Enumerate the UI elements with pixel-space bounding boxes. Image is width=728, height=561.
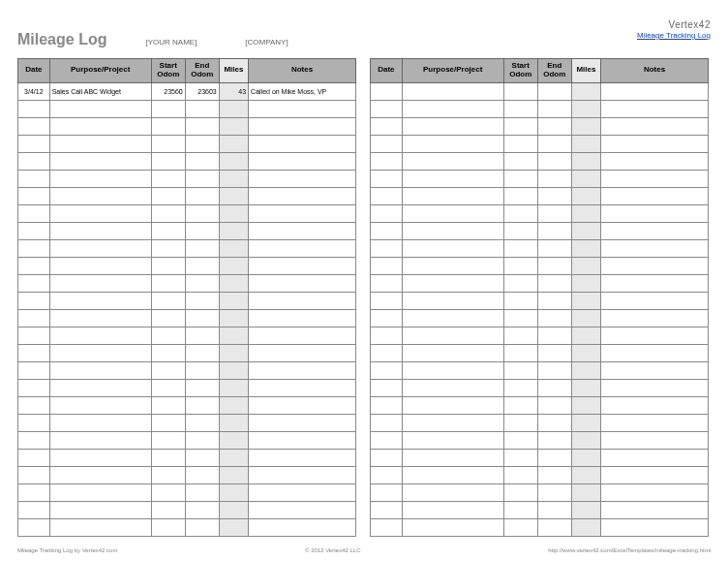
cell-end [185,518,219,536]
cell-end [537,501,571,518]
cell-date [18,483,50,501]
footer-right: http://www.vertex42.com/ExcelTemplates/m… [548,547,711,553]
cell-end [185,379,219,396]
cell-end [537,204,571,222]
cell-purpose [402,170,503,187]
cell-purpose [49,483,151,501]
cell-date [18,117,50,135]
cell-start [503,483,537,501]
cell-notes [601,274,709,292]
cell-miles [219,135,248,152]
cell-notes [249,170,356,187]
cell-date [18,466,50,483]
cell-purpose: Sales Call ABC Widget [49,82,151,100]
cell-purpose [402,204,503,222]
cell-end [537,82,571,100]
cell-date [371,361,403,379]
header: Mileage Log [YOUR NAME] [COMPANY] Vertex… [17,19,711,48]
cell-end [537,414,571,431]
table-row [371,187,709,204]
table-row [18,379,356,396]
cell-miles [571,239,600,257]
table-row [371,414,709,431]
col-miles: Miles [219,59,248,83]
cell-date [371,431,403,449]
cell-date [18,222,50,239]
cell-start [151,257,185,274]
cell-start [151,449,185,466]
cell-notes [601,204,709,222]
cell-miles [571,431,600,449]
tracking-log-link[interactable]: Mileage Tracking Log [637,31,711,40]
cell-purpose [49,292,151,309]
cell-miles [219,414,248,431]
cell-miles [571,327,600,344]
cell-notes [601,135,709,152]
cell-notes [249,309,356,327]
cell-notes [249,152,356,170]
cell-notes [249,379,356,396]
cell-start [151,309,185,327]
cell-end [537,309,571,327]
cell-purpose [402,327,503,344]
cell-end [185,257,219,274]
cell-purpose [49,170,151,187]
cell-start [151,135,185,152]
cell-notes [249,239,356,257]
cell-notes [601,239,709,257]
cell-notes [249,204,356,222]
cell-purpose [402,483,503,501]
cell-date [18,239,50,257]
cell-notes [249,501,356,518]
cell-date [371,483,403,501]
cell-miles [219,204,248,222]
table-row [371,309,709,327]
cell-notes [601,396,709,414]
cell-date [18,204,50,222]
table-row: 3/4/12Sales Call ABC Widget235602360343C… [18,82,356,100]
cell-start [151,501,185,518]
cell-end [185,170,219,187]
cell-end [537,100,571,117]
cell-miles [571,292,600,309]
cell-purpose [402,396,503,414]
cell-purpose [402,449,503,466]
cell-end [537,274,571,292]
col-start: Start Odom [151,59,185,83]
cell-notes [249,135,356,152]
cell-purpose [402,466,503,483]
cell-notes [249,292,356,309]
header-row: Date Purpose/Project Start Odom End Odom… [18,59,356,83]
cell-end [537,449,571,466]
cell-date [371,239,403,257]
cell-date [371,135,403,152]
cell-purpose [49,344,151,361]
cell-date [18,187,50,204]
cell-miles [571,152,600,170]
cell-date [371,518,403,536]
cell-notes [601,82,709,100]
cell-date [371,117,403,135]
cell-miles [571,170,600,187]
cell-miles [219,257,248,274]
cell-date [18,361,50,379]
cell-date [371,152,403,170]
cell-date [18,431,50,449]
cell-date [371,274,403,292]
cell-purpose [49,152,151,170]
cell-start [151,518,185,536]
cell-start [503,431,537,449]
cell-start [503,361,537,379]
cell-notes [601,100,709,117]
cell-date [18,396,50,414]
cell-purpose [402,100,503,117]
cell-start [503,135,537,152]
cell-notes [249,274,356,292]
cell-notes [601,327,709,344]
cell-miles [571,518,600,536]
cell-date [371,344,403,361]
cell-notes [601,449,709,466]
cell-miles [571,82,600,100]
cell-notes [249,396,356,414]
cell-end [537,117,571,135]
